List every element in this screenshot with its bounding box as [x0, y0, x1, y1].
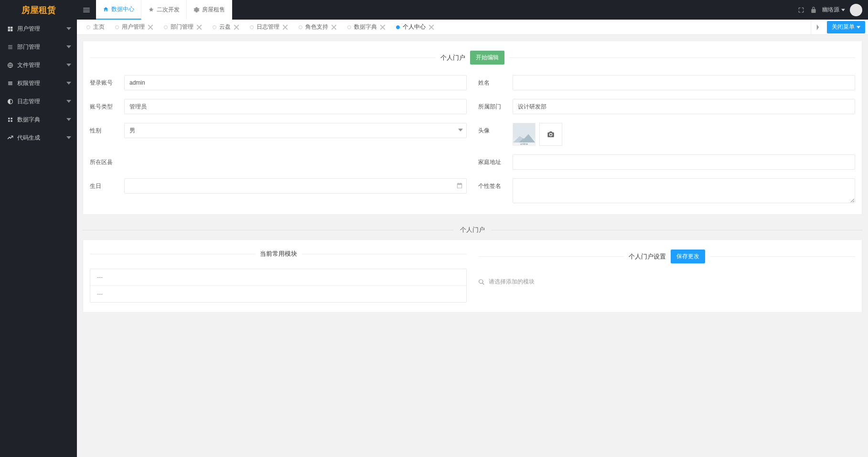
user-menu[interactable]: 幽络源 [822, 6, 845, 14]
header-tab-1[interactable]: 二次开发 [141, 0, 187, 20]
user-name-label: 幽络源 [822, 6, 839, 14]
hamburger-icon [82, 6, 91, 14]
header-tab-0[interactable]: 数据中心 [96, 0, 141, 20]
fullscreen-icon[interactable] [797, 6, 805, 14]
avatar[interactable] [850, 4, 862, 16]
tab-icon [148, 7, 154, 13]
sidebar-toggle[interactable] [77, 6, 96, 14]
caret-down-icon [841, 8, 845, 12]
tab-icon [103, 6, 109, 12]
tab-icon [193, 7, 200, 13]
brand-logo: 房屋租赁 [0, 4, 77, 16]
topbar: 房屋租赁 数据中心二次开发房屋租售 幽络源 [0, 0, 868, 20]
header-tab-2[interactable]: 房屋租售 [187, 0, 232, 20]
lock-icon[interactable] [810, 6, 817, 14]
header-tabs: 数据中心二次开发房屋租售 [96, 0, 232, 20]
